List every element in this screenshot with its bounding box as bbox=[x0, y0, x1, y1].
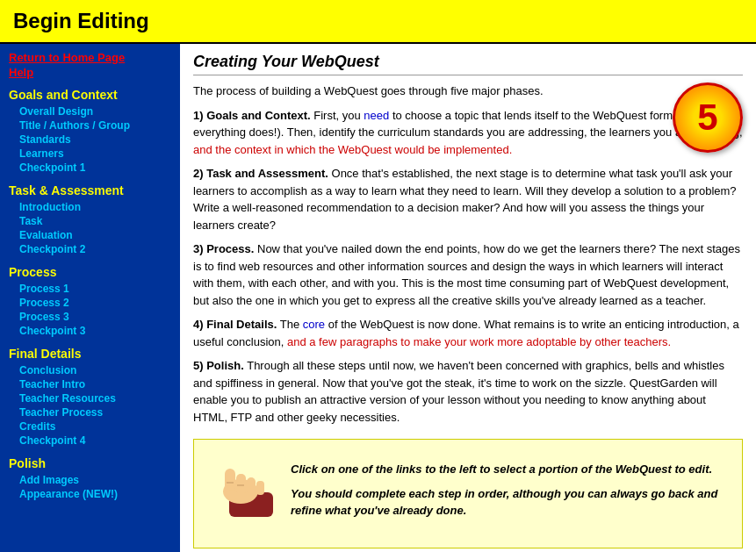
sidebar: Return to Home Page Help Goals and Conte… bbox=[0, 44, 180, 552]
nav-checkpoint4[interactable]: Checkpoint 4 bbox=[9, 434, 171, 448]
nav-appearance[interactable]: Appearance (NEW!) bbox=[9, 487, 171, 501]
nav-add-images[interactable]: Add Images bbox=[9, 473, 171, 487]
layout: Return to Home Page Help Goals and Conte… bbox=[0, 44, 756, 552]
main-title: Creating Your WebQuest bbox=[193, 53, 743, 75]
content-area: 5 The process of building a WebQuest goe… bbox=[193, 82, 743, 548]
phase5-label: 5) Polish. bbox=[193, 359, 244, 372]
page-title: Begin Editing bbox=[13, 9, 743, 33]
svg-rect-3 bbox=[236, 474, 246, 495]
phase1-label: 1) Goals and Context. bbox=[193, 109, 311, 122]
nav-process2[interactable]: Process 2 bbox=[9, 296, 171, 310]
return-home-link[interactable]: Return to Home Page bbox=[9, 51, 171, 64]
svg-rect-5 bbox=[256, 481, 264, 495]
svg-point-6 bbox=[225, 490, 239, 500]
phase4-text: 4) Final Details. The core of the WebQue… bbox=[193, 316, 743, 350]
main-content: Creating Your WebQuest 5 The process of … bbox=[180, 44, 756, 552]
nav-standards[interactable]: Standards bbox=[9, 133, 171, 147]
instruction-text: Click on one of the links to the left to… bbox=[291, 461, 729, 527]
nav-teacher-intro[interactable]: Teacher Intro bbox=[9, 377, 171, 391]
nav-process1[interactable]: Process 1 bbox=[9, 282, 171, 296]
nav-checkpoint2[interactable]: Checkpoint 2 bbox=[9, 242, 171, 256]
section-process[interactable]: Process bbox=[9, 265, 171, 279]
box-line1: Click on one of the links to the left to… bbox=[291, 461, 729, 478]
phase3-label: 3) Process. bbox=[193, 242, 254, 255]
nav-task[interactable]: Task bbox=[9, 214, 171, 228]
phase5-text: 5) Polish. Through all these steps until… bbox=[193, 357, 743, 426]
nav-teacher-process[interactable]: Teacher Process bbox=[9, 405, 171, 419]
nav-evaluation[interactable]: Evaluation bbox=[9, 228, 171, 242]
nav-teacher-resources[interactable]: Teacher Resources bbox=[9, 391, 171, 405]
hand-pointing-icon bbox=[207, 453, 277, 534]
help-link[interactable]: Help bbox=[9, 66, 171, 79]
section-task-assessment[interactable]: Task & Assessment bbox=[9, 183, 171, 197]
section-goals-context[interactable]: Goals and Context bbox=[9, 88, 171, 102]
nav-introduction[interactable]: Introduction bbox=[9, 200, 171, 214]
nav-overall-design[interactable]: Overall Design bbox=[9, 104, 171, 118]
nav-title-authors[interactable]: Title / Authors / Group bbox=[9, 118, 171, 133]
header: Begin Editing bbox=[0, 0, 756, 44]
svg-rect-2 bbox=[225, 469, 235, 493]
instruction-box: Click on one of the links to the left to… bbox=[193, 439, 743, 548]
nav-conclusion[interactable]: Conclusion bbox=[9, 363, 171, 377]
nav-learners[interactable]: Learners bbox=[9, 147, 171, 161]
phase1-text: 1) Goals and Context. First, you need to… bbox=[193, 107, 743, 159]
nav-credits[interactable]: Credits bbox=[9, 419, 171, 434]
phase3-text: 3) Process. Now that you've nailed down … bbox=[193, 240, 743, 309]
section-polish[interactable]: Polish bbox=[9, 456, 171, 470]
phase2-text: 2) Task and Assessment. Once that's esta… bbox=[193, 165, 743, 233]
nav-process3[interactable]: Process 3 bbox=[9, 310, 171, 324]
svg-rect-4 bbox=[247, 477, 256, 495]
intro-text: The process of building a WebQuest goes … bbox=[193, 82, 743, 100]
phase4-label: 4) Final Details. bbox=[193, 318, 277, 331]
section-final-details[interactable]: Final Details bbox=[9, 347, 171, 361]
nav-checkpoint3[interactable]: Checkpoint 3 bbox=[9, 324, 171, 338]
nav-checkpoint1[interactable]: Checkpoint 1 bbox=[9, 161, 171, 175]
phase2-label: 2) Task and Assessment. bbox=[193, 167, 328, 180]
box-line2: You should complete each step in order, … bbox=[291, 485, 729, 520]
phase-badge: 5 bbox=[673, 82, 743, 153]
